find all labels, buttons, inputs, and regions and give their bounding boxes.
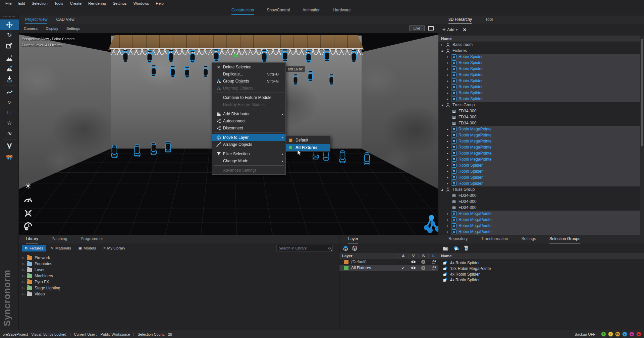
hierarchy-row[interactable]: ▸ ⚙ ⊠ Robin MegaPointe bbox=[438, 144, 640, 150]
hierarchy-row[interactable]: ▸ ⚙ ⊠ Robin MegaPointe bbox=[438, 223, 640, 229]
fixture-sprite[interactable] bbox=[259, 50, 269, 63]
layer-row[interactable]: All Fixtures ✓ S bbox=[339, 265, 438, 271]
terrain-height-tool-button[interactable] bbox=[0, 53, 19, 63]
context-menu-item[interactable]: × A × Change Mode ▸ bbox=[212, 157, 285, 164]
hierarchy-row[interactable]: ▸ ⚙ ⊠ Robin Spiider bbox=[438, 84, 640, 90]
menu-item[interactable]: Help bbox=[152, 1, 167, 5]
hierarchy-row[interactable]: ▸ ⚙ ⊠ Robin MegaPointe bbox=[438, 211, 640, 217]
expander-icon[interactable]: ▸ bbox=[447, 55, 451, 58]
hierarchy-row[interactable]: ▸ ⚙ ⊠ Robin Spiider bbox=[438, 90, 640, 96]
context-menu-item[interactable]: × A × Arrange Objects bbox=[212, 141, 285, 148]
hierarchy-row[interactable]: ▸ ⚙ ⊠ Robin Spiider bbox=[438, 162, 640, 168]
selection-group-row[interactable]: 12x Robin MegaPointe bbox=[438, 266, 644, 271]
circle-tool-button[interactable]: ○ bbox=[0, 97, 19, 107]
gizmo-up-arrow[interactable] bbox=[233, 52, 238, 57]
solo-toggle[interactable]: S bbox=[418, 266, 428, 270]
expander-icon[interactable]: ▸ bbox=[447, 224, 451, 227]
fixture-sprite[interactable] bbox=[211, 49, 221, 62]
library-folder-row[interactable]: ▷ Firework bbox=[19, 255, 339, 261]
viewport-menu-item[interactable]: Settings bbox=[66, 26, 80, 31]
hierarchy-tab[interactable]: 3D Hierarchy bbox=[448, 17, 472, 24]
fixture-sprite[interactable] bbox=[163, 140, 173, 154]
fixture-sprite[interactable] bbox=[144, 50, 155, 64]
fixture-sprite[interactable] bbox=[168, 65, 178, 78]
remove-layer-button[interactable]: × bbox=[352, 245, 358, 251]
selection-group-row[interactable]: 4x Robin Spiider bbox=[438, 272, 644, 277]
visibility-toggle[interactable] bbox=[408, 261, 418, 263]
fixture-sprite[interactable] bbox=[291, 74, 300, 86]
live-button[interactable]: Live bbox=[409, 25, 425, 31]
context-menu-item[interactable]: × A × Destroy Fixture Module bbox=[212, 101, 285, 108]
drop-to-floor-tool-button[interactable] bbox=[0, 74, 19, 84]
expander-icon[interactable]: ▸ bbox=[447, 140, 451, 143]
solo-toggle[interactable]: S bbox=[418, 260, 428, 264]
hierarchy-row[interactable]: ▸ ⚙ ⊠ Robin Spiider bbox=[438, 60, 640, 66]
add-layer-button[interactable] bbox=[343, 245, 348, 251]
environment-sun-button[interactable]: ☀ bbox=[22, 180, 34, 192]
fixture-sprite[interactable] bbox=[303, 50, 314, 64]
hierarchy-row[interactable]: ▸ ⚙ ⊠ Basic room bbox=[438, 42, 640, 48]
terrain-paint-tool-button[interactable] bbox=[0, 63, 19, 74]
fullscreen-monitor-icon[interactable] bbox=[428, 26, 434, 31]
view-tab[interactable]: CAD View bbox=[56, 17, 74, 24]
expander-icon[interactable]: ▸ bbox=[447, 170, 451, 173]
fixture-sprite[interactable] bbox=[348, 50, 359, 63]
fixture-sprite[interactable] bbox=[327, 74, 336, 86]
expander-icon[interactable]: ▸ bbox=[447, 73, 451, 76]
menu-item[interactable]: Settings bbox=[109, 1, 130, 5]
context-menu-item[interactable]: × A × Delete Selected bbox=[212, 63, 285, 70]
hierarchy-row[interactable]: ▸ ⚙ ⊠ Robin MegaPointe bbox=[438, 217, 640, 223]
context-menu-item[interactable]: × A × Combine to Fixture Module bbox=[212, 94, 285, 101]
fixture-sprite[interactable] bbox=[280, 49, 290, 62]
library-tab[interactable]: Library bbox=[26, 236, 38, 243]
fixture-sprite[interactable] bbox=[306, 70, 315, 82]
library-folder-row[interactable]: ▷ Stage Lighting bbox=[19, 285, 339, 291]
main-tab[interactable]: Animation bbox=[303, 8, 320, 15]
lock-toggle[interactable] bbox=[428, 266, 438, 270]
expander-icon[interactable]: ▸ bbox=[447, 79, 451, 82]
menu-item[interactable]: File bbox=[2, 1, 15, 5]
folder-expander-icon[interactable]: ▷ bbox=[22, 275, 27, 278]
active-checkmark[interactable]: ✓ bbox=[401, 266, 405, 270]
selection-groups-tab[interactable]: Selection Groups bbox=[549, 236, 580, 243]
delete-node-button[interactable]: × bbox=[463, 26, 466, 33]
3d-scene[interactable]: Perspective View - Editor Camera Current… bbox=[19, 33, 438, 235]
context-menu-item[interactable]: × A × bbox=[214, 93, 284, 93]
context-menu-item[interactable]: × A × bbox=[214, 109, 284, 109]
hierarchy-row[interactable]: ⚙ ⊠ FD34-300 bbox=[438, 108, 640, 114]
expander-icon[interactable]: ▸ bbox=[447, 67, 451, 70]
context-menu-item[interactable]: × A × bbox=[214, 165, 284, 166]
expander-icon[interactable]: ▸ bbox=[447, 212, 451, 215]
hierarchy-row[interactable]: ▸ ⚙ ⊠ Robin MegaPointe bbox=[438, 156, 640, 162]
library-tab[interactable]: Programmer bbox=[80, 236, 103, 243]
hierarchy-row[interactable]: ◢ ⚙ ⊠ Truss Group bbox=[438, 186, 640, 192]
expander-icon[interactable]: ◢ bbox=[441, 104, 445, 107]
layer-color-swatch[interactable] bbox=[344, 260, 348, 264]
viewport-menu-item[interactable]: Display bbox=[46, 26, 58, 31]
search-icon[interactable] bbox=[328, 247, 331, 249]
delete-group-button[interactable] bbox=[464, 245, 469, 251]
submenu-item[interactable]: All Fixtures bbox=[286, 144, 330, 151]
fixture-sprite[interactable] bbox=[187, 50, 198, 64]
fixture-sprite[interactable] bbox=[201, 65, 211, 78]
hierarchy-row[interactable]: ⚙ ⊠ FD34-300 bbox=[438, 120, 640, 126]
expander-icon[interactable]: ▸ bbox=[447, 218, 451, 221]
library-folder-row[interactable]: ▷ Pyro FX bbox=[19, 279, 339, 285]
hierarchy-row[interactable]: ▸ ⚙ ⊠ Robin MegaPointe bbox=[438, 132, 640, 138]
new-group-button[interactable] bbox=[453, 246, 459, 251]
new-folder-button[interactable] bbox=[442, 246, 448, 251]
view-tab[interactable]: Project View bbox=[25, 17, 47, 24]
node-gizmo-icon[interactable] bbox=[420, 214, 438, 234]
star-tool-button[interactable]: ☆ bbox=[0, 118, 19, 128]
main-tab[interactable]: ShowControl bbox=[267, 8, 290, 15]
rotate-tool-button[interactable]: ↻• bbox=[0, 30, 19, 40]
status-light[interactable]: ▶ bbox=[636, 332, 641, 337]
add-button[interactable]: + Add ▾ bbox=[442, 27, 458, 33]
menu-item[interactable]: Rendering bbox=[85, 1, 109, 5]
folder-expander-icon[interactable]: ▷ bbox=[22, 281, 27, 284]
expander-icon[interactable]: ▸ bbox=[447, 86, 451, 89]
context-menu-item[interactable]: × A × Filter Selection ▸ bbox=[212, 150, 285, 157]
fixture-sprite[interactable] bbox=[149, 142, 159, 155]
hierarchy-row[interactable]: ⚙ ⊠ FD34-300 bbox=[438, 192, 640, 199]
status-light[interactable]: ● bbox=[622, 332, 627, 337]
